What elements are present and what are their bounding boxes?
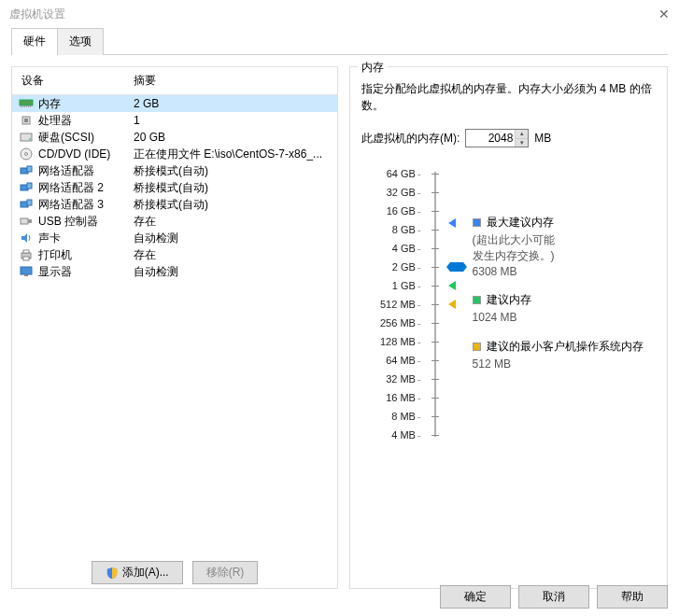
cancel-button[interactable]: 取消 [518, 585, 589, 609]
tick-label: 16 MB- [386, 388, 420, 407]
svg-rect-0 [20, 100, 33, 105]
titlebar: 虚拟机设置 ✕ [0, 0, 679, 28]
tab-hardware[interactable]: 硬件 [11, 28, 58, 55]
hardware-row[interactable]: USB 控制器存在 [12, 213, 337, 230]
hardware-row[interactable]: 硬盘(SCSI)20 GB [12, 129, 337, 146]
marker-min-triangle [448, 300, 456, 309]
marker-max-icon [473, 218, 481, 227]
marker-min-title: 建议的最小客户机操作系统内存 [487, 339, 644, 355]
memory-input-label: 此虚拟机的内存(M): [361, 131, 460, 147]
device-name: 声卡 [38, 231, 134, 246]
hardware-row[interactable]: 网络适配器桥接模式(自动) [12, 162, 337, 179]
tick-label: 128 MB- [380, 332, 421, 351]
memory-unit: MB [534, 132, 551, 145]
device-name: CD/DVD (IDE) [38, 147, 134, 161]
tick-label: 4 MB- [391, 426, 420, 444]
hardware-row[interactable]: 打印机存在 [12, 246, 337, 263]
close-icon[interactable]: ✕ [658, 7, 670, 21]
memory-desc: 指定分配给此虚拟机的内存量。内存大小必须为 4 MB 的倍数。 [361, 80, 656, 114]
svg-rect-8 [24, 119, 28, 122]
svg-rect-4 [26, 105, 27, 107]
hardware-list-panel: 设备 摘要 内存2 GB处理器1硬盘(SCSI)20 GBCD/DVD (IDE… [11, 66, 338, 589]
device-name: 显示器 [38, 264, 134, 280]
device-name: 网络适配器 [38, 163, 134, 179]
net-icon [18, 180, 35, 195]
device-name: 硬盘(SCSI) [38, 130, 134, 146]
svg-rect-2 [22, 105, 23, 107]
memory-slider[interactable] [424, 164, 448, 444]
device-summary: 自动检测 [134, 264, 337, 280]
add-button[interactable]: 添加(A)... [92, 561, 183, 584]
device-summary: 桥接模式(自动) [134, 163, 337, 179]
device-summary: 自动检测 [134, 231, 337, 246]
help-button[interactable]: 帮助 [597, 585, 668, 609]
device-summary: 桥接模式(自动) [134, 180, 337, 196]
usb-icon [18, 214, 35, 229]
memory-ticks: 64 GB-32 GB-16 GB-8 GB-4 GB-2 GB-1 GB-51… [380, 164, 421, 444]
hardware-header: 设备 摘要 [12, 67, 337, 95]
tick-label: 1 GB- [392, 276, 421, 295]
device-summary: 1 [134, 114, 337, 127]
marker-max-title: 最大建议内存 [487, 215, 554, 231]
tick-label: 32 MB- [386, 370, 420, 388]
window-title: 虚拟机设置 [9, 7, 65, 22]
dialog-footer: 确定 取消 帮助 [440, 585, 668, 609]
svg-rect-6 [30, 105, 31, 107]
tick-label: 16 GB- [387, 202, 421, 220]
tick-label: 64 GB- [387, 164, 421, 183]
header-device: 设备 [12, 73, 134, 89]
tick-label: 8 GB- [392, 220, 421, 239]
svg-point-10 [29, 138, 31, 140]
hardware-row[interactable]: 声卡自动检测 [12, 230, 337, 246]
memory-spinner[interactable]: ▲▼ [515, 130, 528, 147]
svg-rect-16 [27, 183, 32, 189]
mem-icon [18, 96, 35, 111]
tick-label: 32 GB- [387, 183, 421, 202]
display-icon [18, 264, 35, 279]
device-name: 处理器 [38, 113, 134, 129]
tick-label: 64 MB- [386, 351, 420, 370]
hardware-row[interactable]: 网络适配器 3桥接模式(自动) [12, 196, 337, 213]
svg-rect-20 [28, 219, 32, 223]
memory-legend: 内存 [358, 60, 388, 76]
marker-max-triangle [448, 218, 456, 228]
tick-label: 4 GB- [392, 239, 421, 258]
marker-rec-icon [473, 296, 481, 304]
header-summary: 摘要 [134, 73, 337, 89]
tab-bar: 硬件 选项 [0, 28, 679, 55]
device-name: 打印机 [38, 247, 134, 263]
remove-button[interactable]: 移除(R) [192, 561, 259, 584]
hardware-list[interactable]: 内存2 GB处理器1硬盘(SCSI)20 GBCD/DVD (IDE)正在使用文… [12, 95, 337, 552]
hardware-row[interactable]: 内存2 GB [12, 95, 337, 112]
device-name: 网络适配器 3 [38, 197, 134, 213]
svg-rect-23 [23, 257, 29, 260]
device-summary: 20 GB [134, 131, 337, 144]
svg-rect-14 [27, 166, 32, 172]
device-summary: 2 GB [134, 97, 337, 110]
device-summary: 正在使用文件 E:\iso\CentOS-7-x86_... [134, 147, 337, 162]
hardware-row[interactable]: CD/DVD (IDE)正在使用文件 E:\iso\CentOS-7-x86_.… [12, 146, 337, 162]
svg-rect-5 [28, 105, 29, 107]
hardware-row[interactable]: 显示器自动检测 [12, 263, 337, 280]
cpu-icon [18, 113, 35, 128]
svg-rect-1 [21, 105, 21, 107]
tab-options[interactable]: 选项 [57, 28, 104, 55]
shield-icon [106, 567, 119, 580]
device-summary: 存在 [134, 247, 337, 263]
ok-button[interactable]: 确定 [440, 585, 511, 609]
svg-point-12 [25, 153, 28, 156]
net-icon [18, 163, 35, 178]
marker-rec-triangle [448, 281, 456, 290]
device-summary: 桥接模式(自动) [134, 197, 337, 213]
printer-icon [18, 247, 35, 262]
hardware-row[interactable]: 网络适配器 2桥接模式(自动) [12, 179, 337, 196]
cd-icon [18, 147, 35, 161]
device-name: 网络适配器 2 [38, 180, 134, 196]
svg-rect-22 [23, 250, 29, 253]
tick-label: 2 GB- [392, 258, 421, 276]
device-name: USB 控制器 [38, 214, 134, 230]
sound-icon [18, 231, 35, 245]
svg-rect-24 [21, 267, 32, 274]
hardware-row[interactable]: 处理器1 [12, 112, 337, 129]
slider-thumb[interactable] [446, 262, 467, 272]
